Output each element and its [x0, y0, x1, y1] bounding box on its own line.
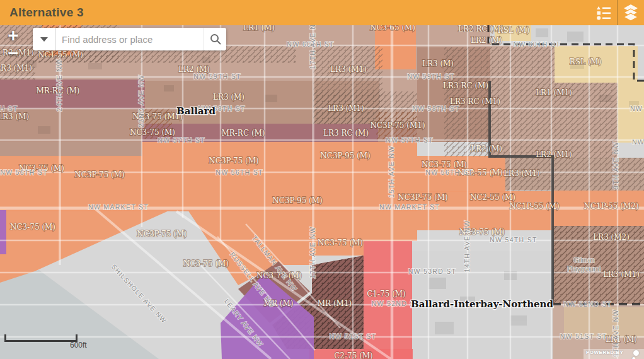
zone-label: LR2 (M1) [536, 150, 572, 159]
zone-label: RSL (M) [570, 57, 602, 66]
street-label: NW 51ST ST [330, 333, 377, 340]
zone-label: NC3-75 (M) [318, 238, 363, 247]
zone-label: LR3 (M) [213, 93, 244, 102]
chevron-down-icon [40, 37, 48, 42]
search-icon [209, 33, 222, 45]
zone-label: NC3-75 (M) [10, 223, 55, 232]
app-header: Alternative 3 [0, 0, 644, 25]
search-bar [33, 28, 226, 50]
powered-by-attribution[interactable]: POWERED BY esri [584, 349, 644, 359]
zone-label: LR2 RC (M) [458, 25, 503, 33]
zone-label: NC3-75 (M) [183, 259, 229, 268]
street-label: NW 56TH ST [425, 168, 473, 176]
zone-label: LR3 (M1) [330, 65, 367, 74]
scale-label: 600ft [70, 341, 87, 350]
zone-label: LR3 RC (M) [443, 81, 488, 90]
street-label: NW 59TH ST [193, 73, 241, 80]
place-label: Ballard-Interbay-Northend [411, 298, 553, 310]
street-label: NW 53RD ST [408, 268, 457, 275]
zone-label: C2-75 (M) [334, 351, 373, 359]
zone-fill [0, 210, 6, 254]
zone-label: NC3P-75 (M) [398, 193, 448, 202]
zone-label: LR2 (M) [471, 36, 502, 45]
street-label: 22ND AVE NW [137, 74, 145, 127]
zone-label: NC3P-95 (M) [272, 196, 323, 205]
street-label: NW 59TH ST [407, 73, 454, 80]
zoom-out-button[interactable]: − [5, 45, 21, 62]
esri-logo: esri [602, 355, 637, 359]
zoom-in-button[interactable]: + [5, 28, 21, 44]
zone-label: LR1 (M1) [536, 88, 572, 97]
street-label: 24TH AVE NW [55, 59, 63, 112]
street-label: NW 56TH ST [216, 168, 263, 176]
zone-label: LR3 (M1) [328, 104, 364, 113]
zone-label: LR1 (M) [606, 335, 637, 344]
zone-label: LR3 (M1) [503, 169, 540, 178]
street-label: NW 56TH ST [0, 168, 47, 176]
street-label: 9TH AVE NW [612, 141, 619, 189]
scale-bar [4, 334, 78, 342]
place-label: Ballard [176, 105, 216, 117]
street-label: 14TH AVE NW [463, 220, 471, 273]
street-label: NW 57TH ST [158, 136, 205, 144]
layers-icon[interactable] [618, 0, 644, 25]
street-label: NW 51ST ST [560, 333, 607, 340]
zone-label: MR (M1) [318, 299, 352, 308]
street-label: H ST [0, 105, 18, 112]
street-label: NW 52ND ST [564, 300, 612, 308]
street-label: NW MARKET ST [88, 203, 149, 211]
zone-label: NC1P-55 (M2) [584, 202, 638, 211]
street-label: 15TH AVE NW [388, 146, 395, 198]
zone-label: NC1P-55 (M) [509, 202, 560, 211]
zone-label: NC3P-95 (M) [320, 151, 371, 160]
zone-label: NC3P-75 (M) [74, 170, 125, 179]
zone-label: C1-75 (M) [367, 290, 406, 298]
map-canvas[interactable]: LR3 (M1)NC1-55 (M)LR3 (M1)LR1 (M)NC3-65 … [0, 0, 644, 359]
zone-label: NC2-55 (M) [470, 193, 515, 202]
zone-label: LR3 (M2) [593, 233, 630, 242]
zone-label: NC3P-75 (M) [137, 230, 187, 238]
search-dropdown-button[interactable] [33, 28, 56, 50]
street-label: NW 57TH ST [386, 136, 433, 144]
zone-label: LR3 RC (M) [323, 129, 369, 138]
zone-label: NC1-55 (M) [38, 50, 83, 59]
zone-label: MR-RC (M) [221, 129, 265, 138]
zone-label: LR3 (M) [422, 59, 454, 68]
park-label: Playground [567, 265, 601, 273]
street-label: NW 58TH ST [412, 105, 459, 112]
legend-list-icon[interactable] [590, 0, 617, 25]
park-label: Gilman [573, 256, 594, 264]
zone-label: NC3P-75 (M1) [370, 121, 425, 130]
street-label: NW [630, 105, 643, 112]
zone-label: LR3 (M) [0, 112, 29, 121]
street-label: NW [632, 138, 644, 146]
search-input[interactable] [56, 28, 204, 50]
zone-label: LR3 (M1) [0, 64, 32, 73]
zone-label: LR3 (M1) [603, 270, 640, 279]
header-divider [617, 0, 618, 25]
zone-label: LR2 (M) [471, 144, 502, 153]
zone-label: NC3-75 (M) [422, 160, 467, 169]
page-title: Alternative 3 [9, 6, 84, 20]
street-label: 17TH AVE NW [309, 227, 316, 279]
zone-label: NC3-75 (M) [130, 128, 175, 137]
zone-label: RSL (M) [498, 26, 530, 35]
street-label: NW 60TH ST [513, 40, 560, 48]
street-label: NW 54TH ST [490, 236, 537, 244]
search-button[interactable] [204, 28, 226, 50]
zone-label: NC3P-75 (M) [209, 156, 259, 165]
street-label: NW MARKET ST [379, 203, 440, 211]
